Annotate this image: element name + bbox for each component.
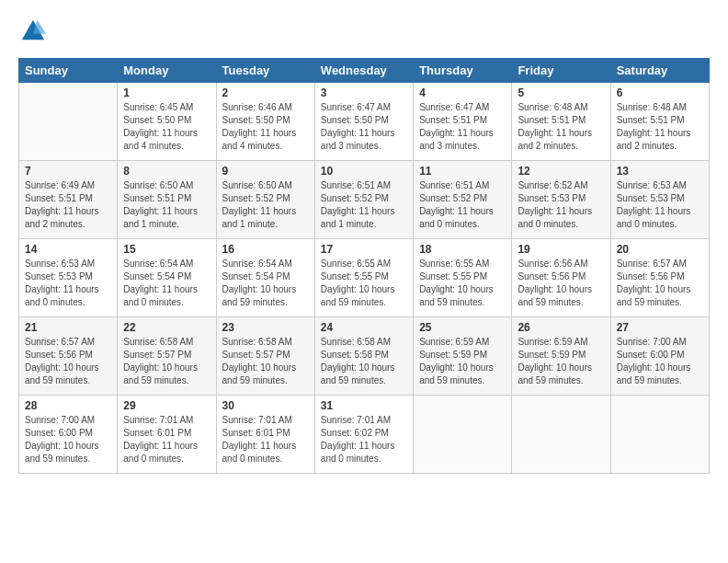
- day-number: 12: [518, 165, 604, 178]
- day-number: 25: [419, 321, 506, 334]
- calendar-cell: 25Sunrise: 6:59 AM Sunset: 5:59 PM Dayli…: [414, 317, 512, 396]
- calendar-cell: 15Sunrise: 6:54 AM Sunset: 5:54 PM Dayli…: [118, 239, 216, 317]
- day-detail: Sunrise: 6:50 AM Sunset: 5:51 PM Dayligh…: [123, 179, 210, 231]
- calendar-cell: 23Sunrise: 6:58 AM Sunset: 5:57 PM Dayli…: [216, 317, 314, 396]
- calendar-cell: [414, 396, 512, 474]
- day-detail: Sunrise: 6:46 AM Sunset: 5:50 PM Dayligh…: [222, 101, 309, 153]
- page-header: [18, 18, 710, 49]
- day-detail: Sunrise: 6:50 AM Sunset: 5:52 PM Dayligh…: [222, 179, 309, 231]
- day-number: 15: [123, 243, 210, 256]
- day-number: 23: [222, 321, 309, 334]
- day-detail: Sunrise: 6:52 AM Sunset: 5:53 PM Dayligh…: [518, 179, 604, 231]
- day-detail: Sunrise: 6:58 AM Sunset: 5:57 PM Dayligh…: [123, 336, 210, 387]
- day-number: 21: [25, 321, 111, 334]
- day-number: 26: [518, 321, 604, 334]
- calendar-cell: 10Sunrise: 6:51 AM Sunset: 5:52 PM Dayli…: [314, 161, 413, 239]
- day-number: 28: [25, 399, 111, 412]
- calendar-cell: 9Sunrise: 6:50 AM Sunset: 5:52 PM Daylig…: [216, 161, 314, 239]
- day-detail: Sunrise: 7:00 AM Sunset: 6:00 PM Dayligh…: [617, 336, 703, 387]
- calendar-cell: 27Sunrise: 7:00 AM Sunset: 6:00 PM Dayli…: [610, 317, 709, 396]
- day-detail: Sunrise: 6:58 AM Sunset: 5:57 PM Dayligh…: [222, 336, 309, 387]
- calendar-cell: 7Sunrise: 6:49 AM Sunset: 5:51 PM Daylig…: [19, 161, 118, 239]
- day-number: 11: [419, 165, 506, 178]
- calendar-cell: 14Sunrise: 6:53 AM Sunset: 5:53 PM Dayli…: [19, 239, 118, 317]
- day-detail: Sunrise: 6:57 AM Sunset: 5:56 PM Dayligh…: [25, 336, 111, 387]
- calendar-cell: [512, 396, 610, 474]
- calendar-cell: [19, 83, 118, 161]
- calendar-cell: 3Sunrise: 6:47 AM Sunset: 5:50 PM Daylig…: [314, 83, 413, 161]
- day-number: 20: [617, 243, 703, 256]
- day-detail: Sunrise: 7:00 AM Sunset: 6:00 PM Dayligh…: [25, 414, 111, 465]
- calendar-cell: 11Sunrise: 6:51 AM Sunset: 5:52 PM Dayli…: [414, 161, 512, 239]
- calendar-cell: 6Sunrise: 6:48 AM Sunset: 5:51 PM Daylig…: [610, 83, 709, 161]
- day-detail: Sunrise: 6:54 AM Sunset: 5:54 PM Dayligh…: [222, 258, 309, 309]
- calendar-cell: 16Sunrise: 6:54 AM Sunset: 5:54 PM Dayli…: [216, 239, 314, 317]
- calendar-cell: 8Sunrise: 6:50 AM Sunset: 5:51 PM Daylig…: [118, 161, 216, 239]
- logo-icon: [20, 18, 46, 44]
- calendar-cell: 4Sunrise: 6:47 AM Sunset: 5:51 PM Daylig…: [414, 83, 512, 161]
- day-detail: Sunrise: 6:55 AM Sunset: 5:55 PM Dayligh…: [321, 258, 407, 309]
- calendar-table: SundayMondayTuesdayWednesdayThursdayFrid…: [18, 58, 710, 474]
- day-detail: Sunrise: 6:53 AM Sunset: 5:53 PM Dayligh…: [617, 179, 703, 231]
- day-number: 19: [518, 243, 604, 256]
- day-header-wednesday: Wednesday: [314, 59, 413, 83]
- calendar-cell: 19Sunrise: 6:56 AM Sunset: 5:56 PM Dayli…: [512, 239, 610, 317]
- day-number: 31: [321, 399, 407, 412]
- calendar-cell: 1Sunrise: 6:45 AM Sunset: 5:50 PM Daylig…: [118, 83, 216, 161]
- day-number: 8: [123, 165, 210, 178]
- calendar-cell: 5Sunrise: 6:48 AM Sunset: 5:51 PM Daylig…: [512, 83, 610, 161]
- day-number: 14: [25, 243, 111, 256]
- calendar-cell: 2Sunrise: 6:46 AM Sunset: 5:50 PM Daylig…: [216, 83, 314, 161]
- day-detail: Sunrise: 6:45 AM Sunset: 5:50 PM Dayligh…: [123, 101, 210, 153]
- calendar-cell: 31Sunrise: 7:01 AM Sunset: 6:02 PM Dayli…: [314, 396, 413, 474]
- day-number: 18: [419, 243, 506, 256]
- calendar-cell: 29Sunrise: 7:01 AM Sunset: 6:01 PM Dayli…: [118, 396, 216, 474]
- day-detail: Sunrise: 6:53 AM Sunset: 5:53 PM Dayligh…: [25, 258, 111, 309]
- day-number: 22: [123, 321, 210, 334]
- day-detail: Sunrise: 6:59 AM Sunset: 5:59 PM Dayligh…: [518, 336, 604, 387]
- day-detail: Sunrise: 6:57 AM Sunset: 5:56 PM Dayligh…: [617, 258, 703, 309]
- day-number: 24: [321, 321, 407, 334]
- day-header-sunday: Sunday: [19, 59, 118, 83]
- day-detail: Sunrise: 6:47 AM Sunset: 5:51 PM Dayligh…: [419, 101, 506, 153]
- day-header-saturday: Saturday: [610, 59, 709, 83]
- day-detail: Sunrise: 7:01 AM Sunset: 6:01 PM Dayligh…: [222, 414, 309, 465]
- calendar-cell: 26Sunrise: 6:59 AM Sunset: 5:59 PM Dayli…: [512, 317, 610, 396]
- day-number: 5: [518, 86, 604, 99]
- calendar-cell: 13Sunrise: 6:53 AM Sunset: 5:53 PM Dayli…: [610, 161, 709, 239]
- day-number: 13: [617, 165, 703, 178]
- calendar-cell: 17Sunrise: 6:55 AM Sunset: 5:55 PM Dayli…: [314, 239, 413, 317]
- calendar-cell: 22Sunrise: 6:58 AM Sunset: 5:57 PM Dayli…: [118, 317, 216, 396]
- day-number: 27: [617, 321, 703, 334]
- calendar-cell: 20Sunrise: 6:57 AM Sunset: 5:56 PM Dayli…: [610, 239, 709, 317]
- day-detail: Sunrise: 7:01 AM Sunset: 6:01 PM Dayligh…: [123, 414, 210, 465]
- day-number: 17: [321, 243, 407, 256]
- day-detail: Sunrise: 6:51 AM Sunset: 5:52 PM Dayligh…: [321, 179, 407, 231]
- calendar-cell: 28Sunrise: 7:00 AM Sunset: 6:00 PM Dayli…: [19, 396, 118, 474]
- day-detail: Sunrise: 7:01 AM Sunset: 6:02 PM Dayligh…: [321, 414, 407, 465]
- day-detail: Sunrise: 6:49 AM Sunset: 5:51 PM Dayligh…: [25, 179, 111, 231]
- day-header-tuesday: Tuesday: [216, 59, 314, 83]
- day-number: 9: [222, 165, 309, 178]
- day-detail: Sunrise: 6:58 AM Sunset: 5:58 PM Dayligh…: [321, 336, 407, 387]
- day-number: 2: [222, 86, 309, 99]
- day-number: 3: [321, 86, 407, 99]
- day-number: 30: [222, 399, 309, 412]
- calendar-cell: [610, 396, 709, 474]
- day-detail: Sunrise: 6:47 AM Sunset: 5:50 PM Dayligh…: [321, 101, 407, 153]
- day-detail: Sunrise: 6:59 AM Sunset: 5:59 PM Dayligh…: [419, 336, 506, 387]
- calendar-cell: 24Sunrise: 6:58 AM Sunset: 5:58 PM Dayli…: [314, 317, 413, 396]
- day-detail: Sunrise: 6:51 AM Sunset: 5:52 PM Dayligh…: [419, 179, 506, 231]
- day-number: 7: [25, 165, 111, 178]
- calendar-cell: 30Sunrise: 7:01 AM Sunset: 6:01 PM Dayli…: [216, 396, 314, 474]
- day-detail: Sunrise: 6:48 AM Sunset: 5:51 PM Dayligh…: [617, 101, 703, 153]
- day-detail: Sunrise: 6:48 AM Sunset: 5:51 PM Dayligh…: [518, 101, 604, 153]
- day-detail: Sunrise: 6:54 AM Sunset: 5:54 PM Dayligh…: [123, 258, 210, 309]
- day-header-monday: Monday: [118, 59, 216, 83]
- day-detail: Sunrise: 6:56 AM Sunset: 5:56 PM Dayligh…: [518, 258, 604, 309]
- day-number: 16: [222, 243, 309, 256]
- day-header-friday: Friday: [512, 59, 610, 83]
- calendar-cell: 12Sunrise: 6:52 AM Sunset: 5:53 PM Dayli…: [512, 161, 610, 239]
- day-number: 10: [321, 165, 407, 178]
- day-header-thursday: Thursday: [414, 59, 512, 83]
